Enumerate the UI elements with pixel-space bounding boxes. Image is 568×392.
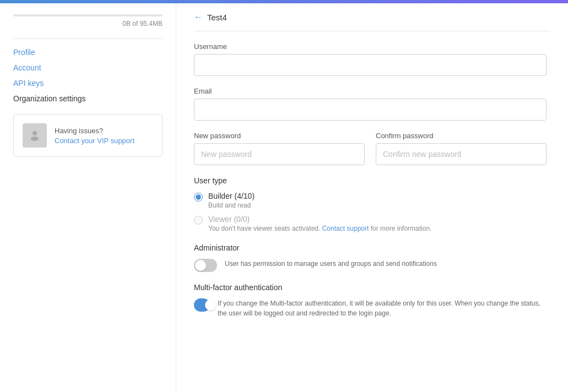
mfa-toggle[interactable]: [194, 298, 210, 312]
sidebar-nav: Profile Account API keys Organization se…: [13, 48, 163, 103]
mfa-info: If you change the Multi-factor authentic…: [218, 298, 547, 318]
mfa-toggle-row: If you change the Multi-factor authentic…: [194, 298, 547, 318]
sidebar-item-api-keys[interactable]: API keys: [13, 79, 163, 88]
sidebar-link-profile[interactable]: Profile: [13, 48, 35, 57]
username-input[interactable]: [194, 54, 547, 76]
administrator-description: User has permission to manage users and …: [225, 259, 437, 269]
back-arrow-icon[interactable]: ←: [194, 12, 203, 22]
sidebar-divider: [13, 39, 163, 39]
confirm-password-input[interactable]: [376, 143, 547, 165]
administrator-toggle[interactable]: [194, 259, 217, 272]
radio-viewer-label: Viewer (0/0): [208, 215, 431, 224]
back-label: Test4: [207, 13, 227, 22]
administrator-section: Administrator User has permission to man…: [194, 243, 547, 272]
email-label: Email: [194, 87, 547, 95]
administrator-title: Administrator: [194, 243, 547, 252]
new-password-input[interactable]: [194, 143, 365, 165]
sidebar-link-account[interactable]: Account: [13, 63, 41, 72]
mfa-section: Multi-factor authentication If you chang…: [194, 283, 547, 318]
mfa-title: Multi-factor authentication: [194, 283, 547, 292]
radio-viewer-text: Viewer (0/0) You don't have viewer seats…: [208, 215, 431, 232]
radio-builder[interactable]: Builder (4/10) Build and read: [194, 192, 547, 209]
support-heading: Having issues?: [55, 126, 134, 136]
form-section: Username Email New password Confirm pass…: [194, 42, 547, 318]
support-text-container: Having issues? Contact your VIP support: [55, 126, 134, 145]
radio-viewer-desc: You don't have viewer seats activated. C…: [208, 225, 431, 232]
radio-builder-desc: Build and read: [208, 202, 255, 209]
support-card: Having issues? Contact your VIP support: [13, 114, 163, 157]
administrator-info: User has permission to manage users and …: [225, 259, 437, 269]
viewer-desc-suffix: for more information.: [371, 225, 432, 232]
sidebar: 0B of 95.4MB Profile Account API keys Or…: [0, 3, 176, 392]
radio-viewer[interactable]: Viewer (0/0) You don't have viewer seats…: [194, 215, 547, 232]
back-nav: ← Test4: [194, 12, 550, 31]
username-field: Username: [194, 42, 547, 76]
email-input[interactable]: [194, 99, 547, 121]
mfa-toggle-thumb: [205, 300, 216, 311]
new-password-label: New password: [194, 132, 365, 140]
sidebar-link-api-keys[interactable]: API keys: [13, 79, 44, 88]
radio-builder-text: Builder (4/10) Build and read: [208, 192, 255, 209]
radio-builder-label: Builder (4/10): [208, 192, 255, 200]
mfa-description: If you change the Multi-factor authentic…: [218, 298, 547, 318]
confirm-password-label: Confirm password: [376, 132, 547, 140]
svg-point-1: [31, 137, 39, 141]
contact-support-link[interactable]: Contact support: [322, 225, 369, 232]
administrator-toggle-thumb: [195, 260, 206, 271]
sidebar-item-org-settings[interactable]: Organization settings: [13, 94, 163, 103]
radio-builder-input[interactable]: [194, 193, 203, 202]
username-label: Username: [194, 42, 547, 51]
svg-point-0: [33, 131, 37, 135]
confirm-password-field: Confirm password: [376, 132, 547, 165]
support-link[interactable]: Contact your VIP support: [55, 137, 134, 145]
user-type-section: User type Builder (4/10) Build and read …: [194, 176, 547, 232]
main-content: ← Test4 Username Email New password: [176, 3, 568, 392]
sidebar-item-profile[interactable]: Profile: [13, 48, 163, 57]
sidebar-link-org-settings[interactable]: Organization settings: [13, 94, 86, 103]
administrator-toggle-row: User has permission to manage users and …: [194, 259, 547, 272]
new-password-field: New password: [194, 132, 365, 165]
radio-viewer-input: [194, 216, 203, 225]
email-field: Email: [194, 87, 547, 121]
viewer-desc-prefix: You don't have viewer seats activated.: [208, 225, 320, 232]
support-avatar: [23, 123, 47, 148]
sidebar-item-account[interactable]: Account: [13, 63, 163, 72]
storage-bar-container: 0B of 95.4MB: [13, 14, 163, 28]
password-row: New password Confirm password: [194, 132, 547, 165]
user-type-title: User type: [194, 176, 547, 185]
storage-label: 0B of 95.4MB: [13, 20, 163, 28]
storage-bar-track: [13, 14, 163, 17]
